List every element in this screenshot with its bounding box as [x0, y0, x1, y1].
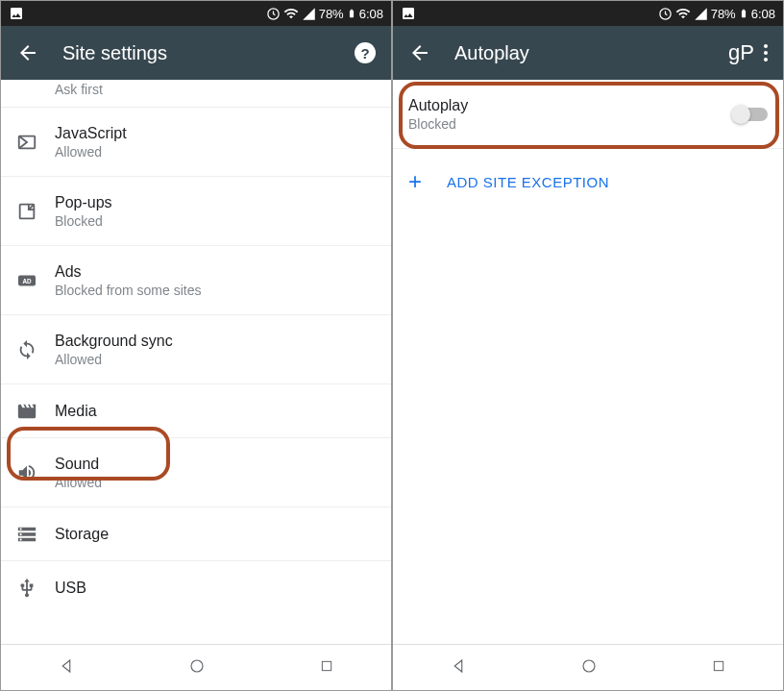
setting-title: Pop-ups	[55, 194, 376, 211]
autoplay-content: Autoplay Blocked + ADD SITE EXCEPTION	[393, 80, 783, 644]
settings-list: Ask first JavaScript Allowed Pop-ups Blo…	[1, 80, 391, 644]
nav-recent-button[interactable]	[319, 658, 334, 678]
phone-autoplay: 78% 6:08 Autoplay gP Autoplay Blocked + …	[392, 0, 784, 691]
setting-sub: Allowed	[55, 144, 376, 160]
list-item-popups[interactable]: Pop-ups Blocked	[1, 177, 391, 246]
add-exception-label: ADD SITE EXCEPTION	[447, 174, 609, 190]
autoplay-toggle[interactable]	[733, 108, 768, 121]
list-item-ads[interactable]: AD Ads Blocked from some sites	[1, 246, 391, 315]
setting-title: Storage	[55, 526, 376, 543]
square-recent-icon	[711, 658, 726, 674]
setting-title: USB	[55, 580, 376, 597]
usb-icon	[16, 578, 37, 599]
triangle-back-icon	[450, 657, 467, 675]
list-item-partial[interactable]: Ask first	[1, 80, 391, 108]
wifi-icon	[283, 6, 299, 21]
gp-watermark: gP	[728, 40, 768, 65]
autoplay-sub: Blocked	[408, 116, 733, 132]
triangle-back-icon	[58, 657, 75, 675]
autoplay-title: Autoplay	[408, 97, 733, 114]
android-nav-bar	[1, 644, 391, 690]
nav-back-button[interactable]	[450, 657, 467, 679]
phone-site-settings: 78% 6:08 Site settings ? Ask first JavaS…	[0, 0, 392, 691]
time-label: 6:08	[751, 7, 775, 21]
dnd-icon	[266, 7, 281, 21]
autoplay-toggle-row[interactable]: Autoplay Blocked	[393, 80, 783, 149]
dnd-icon	[658, 7, 673, 21]
battery-icon	[739, 6, 748, 21]
setting-sub: Allowed	[55, 352, 376, 367]
svg-rect-6	[322, 661, 331, 670]
setting-title: Media	[55, 403, 376, 420]
sound-icon	[16, 462, 37, 483]
help-button[interactable]: ?	[355, 42, 376, 63]
image-icon	[9, 6, 24, 21]
setting-sub: Ask first	[55, 82, 376, 97]
svg-text:AD: AD	[22, 277, 32, 284]
circle-home-icon	[188, 657, 206, 675]
nav-home-button[interactable]	[580, 657, 598, 679]
setting-sub: Blocked from some sites	[55, 283, 376, 298]
signal-icon	[302, 7, 316, 21]
more-icon[interactable]	[764, 44, 768, 62]
help-icon: ?	[355, 42, 376, 63]
wifi-icon	[675, 6, 691, 21]
battery-pct: 78%	[711, 7, 736, 21]
setting-sub: Blocked	[55, 213, 376, 229]
arrow-back-icon	[408, 41, 431, 64]
setting-title: Sound	[55, 456, 376, 473]
popup-icon	[16, 201, 37, 222]
plus-icon: +	[408, 168, 447, 195]
battery-pct: 78%	[319, 7, 344, 21]
list-item-bgsync[interactable]: Background sync Allowed	[1, 315, 391, 384]
list-item-media[interactable]: Media	[1, 384, 391, 438]
list-item-usb[interactable]: USB	[1, 561, 391, 615]
svg-point-8	[583, 660, 595, 672]
svg-rect-9	[714, 661, 723, 670]
android-nav-bar	[393, 644, 783, 690]
media-icon	[16, 401, 37, 422]
storage-icon	[16, 524, 37, 545]
nav-home-button[interactable]	[188, 657, 206, 679]
list-item-javascript[interactable]: JavaScript Allowed	[1, 108, 391, 177]
time-label: 6:08	[359, 7, 383, 21]
sync-icon	[16, 339, 37, 360]
setting-title: Background sync	[55, 333, 376, 350]
nav-back-button[interactable]	[58, 657, 75, 679]
svg-point-5	[191, 660, 203, 672]
signal-icon	[694, 7, 708, 21]
list-item-sound[interactable]: Sound Allowed	[1, 438, 391, 507]
page-title: Site settings	[62, 42, 355, 64]
ads-icon: AD	[16, 272, 37, 289]
back-button[interactable]	[16, 41, 39, 64]
back-button[interactable]	[408, 41, 431, 64]
setting-title: Ads	[55, 263, 376, 281]
nav-recent-button[interactable]	[711, 658, 726, 678]
add-site-exception-button[interactable]: + ADD SITE EXCEPTION	[393, 149, 783, 214]
setting-sub: Allowed	[55, 475, 376, 490]
status-bar: 78% 6:08	[393, 1, 783, 26]
app-header: Site settings ?	[1, 26, 391, 80]
battery-icon	[347, 6, 356, 21]
image-icon	[401, 6, 416, 21]
arrow-back-icon	[16, 41, 39, 64]
circle-home-icon	[580, 657, 598, 675]
square-recent-icon	[319, 658, 334, 674]
setting-title: JavaScript	[55, 125, 376, 142]
page-title: Autoplay	[454, 42, 728, 64]
list-item-storage[interactable]: Storage	[1, 507, 391, 561]
javascript-icon	[16, 132, 37, 153]
app-header: Autoplay gP	[393, 26, 783, 80]
status-bar: 78% 6:08	[1, 1, 391, 26]
